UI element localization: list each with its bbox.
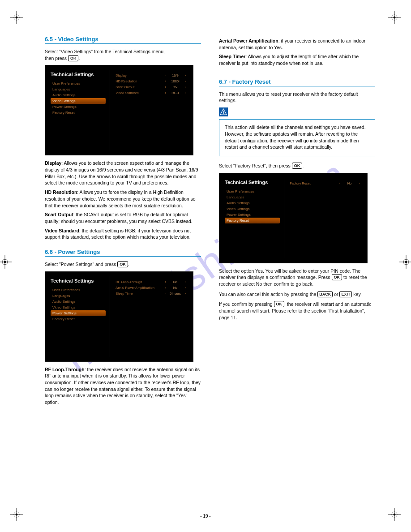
warning-text: This action will delete all the channels… [225,124,369,150]
screenshot-side-panel: Technical Settings User PreferencesLangu… [219,173,284,263]
option-value: 5 hours [168,292,183,296]
print-registration-icon [388,11,401,24]
ok-key-icon: OK [274,301,285,307]
screenshot-options-panel: RF Loop-Through‹No›Aerial Power Amplific… [110,272,193,361]
section-rule [219,86,375,86]
back-key-icon: BACK [317,291,333,297]
print-registration-icon [0,255,12,269]
menu-item: Power Settings [51,310,106,316]
option-label: Video Standard [116,91,163,95]
screenshot-side-panel: Technical Settings User PreferencesLangu… [45,272,110,361]
chevron-left-icon: ‹ [163,73,168,77]
vstd-description: Video Standard: the default setting is R… [45,227,201,240]
section-rule [45,43,201,44]
chevron-right-icon: › [183,292,188,296]
menu-item: Audio Settings [51,299,106,305]
menu-item: Factory Reset [51,110,106,116]
screenshot-options-panel: Factory Reset‹No› [284,173,367,263]
text: You can also cancel this action by press… [219,292,317,297]
warning-box: This action will delete all the channels… [219,119,375,156]
panel-title: Technical Settings [51,278,106,283]
screenshot-options-panel: Display‹16/9›HD Resolution‹1080i›Scart O… [110,65,193,155]
exit-key-icon: EXIT [339,291,352,297]
text: Select "Video Settings" from the Technic… [45,49,165,54]
menu-item: Power Settings [225,212,280,218]
chevron-left-icon: ‹ [337,181,342,185]
menu-list: User PreferencesLanguagesAudio SettingsV… [225,189,280,223]
section-title-video-settings: 6.5 - Video Settings [45,36,201,43]
menu-item: Languages [225,194,280,200]
option-row: HD Resolution‹1080i› [115,78,188,84]
menu-item: Video Settings [51,98,106,104]
option-value: No [342,181,357,185]
section-rule [45,256,201,257]
option-row: Sleep Timer‹5 hours› [115,291,188,296]
text: : Allows you to select the screen aspect… [45,160,198,185]
panel-title: Technical Settings [225,180,280,185]
svg-point-7 [394,17,395,18]
text: or [333,292,339,297]
option-value: RGB [168,91,183,95]
ok-key-icon: OK [332,274,342,280]
menu-item: Video Settings [225,206,280,212]
text: : the receiver does not receive the ante… [45,367,201,405]
svg-point-3 [16,17,17,18]
chevron-right-icon: › [183,85,188,89]
scart-description: Scart Output: the SCART output is set to… [45,211,201,224]
text: . [78,56,80,61]
factory-reset-intro: Select "Factory Reset", then press OK. [219,163,375,169]
chevron-left-icon: ‹ [163,91,168,95]
print-registration-icon [399,255,411,269]
panel-title: Technical Settings [51,72,106,77]
text: If you confirm by pressing [219,301,274,307]
screenshot-factory-reset: Technical Settings User PreferencesLangu… [219,173,368,263]
warning-icon [219,107,228,116]
apa-description: Aerial Power Amplification: if your rece… [219,38,375,51]
option-row: Aerial Power Amplification‹No› [115,285,188,291]
vstd-label: Video Standard [45,228,79,233]
screenshot-side-panel: Technical Settings User PreferencesLangu… [45,65,110,155]
option-label: Display [116,73,163,77]
option-label: Aerial Power Amplification [116,286,163,290]
menu-item: Languages [51,293,106,299]
after-text-1: Select the option Yes. You will be asked… [219,268,375,287]
option-label: RF Loop-Through [116,280,163,284]
after-text-3: If you confirm by pressing OK, the recei… [219,301,375,321]
menu-item: Factory Reset [225,218,280,223]
sleep-description: Sleep Timer: Allows you to adjust the le… [219,53,375,66]
option-row: Display‹16/9› [115,73,188,78]
chevron-right-icon: › [183,280,188,284]
text: . [128,262,129,267]
text: . [302,163,304,168]
rf-description: RF Loop-Through: the receiver does not r… [45,366,201,406]
menu-item: Factory Reset [51,316,106,322]
option-label: Scart Output [116,85,163,89]
chevron-right-icon: › [183,73,188,77]
menu-item: Power Settings [51,104,106,110]
chevron-left-icon: ‹ [163,85,168,89]
apa-label: Aerial Power Amplification [219,38,278,43]
svg-point-15 [405,261,407,263]
power-settings-intro: Select "Power Settings" and press OK. [45,261,201,268]
section-title-factory-reset: 6.7 - Factory Reset [219,78,375,85]
option-row: RF Loop-Through‹No› [115,279,188,285]
option-value: TV [168,85,183,89]
display-description: Display: Allows you to select the screen… [45,160,201,186]
sleep-label: Sleep Timer [219,54,245,59]
menu-item: Video Settings [51,305,106,310]
option-row: Scart Output‹TV› [115,84,188,90]
display-label: Display [45,160,61,166]
scart-label: Scart Output [45,212,73,217]
chevron-right-icon: › [357,181,362,185]
chevron-left-icon: ‹ [163,79,168,83]
hdres-description: HD Resolution: Allows you to force the d… [45,189,201,209]
option-label: Sleep Timer [116,292,163,296]
svg-point-11 [4,261,6,263]
menu-item: Audio Settings [51,92,106,98]
chevron-right-icon: › [183,286,188,290]
option-value: 1080i [168,79,183,83]
ok-key-icon: OK [68,55,79,61]
chevron-left-icon: ‹ [163,292,168,296]
ok-key-icon: OK [292,163,303,169]
factory-reset-lead: This menu allows you to reset your recei… [219,91,375,104]
